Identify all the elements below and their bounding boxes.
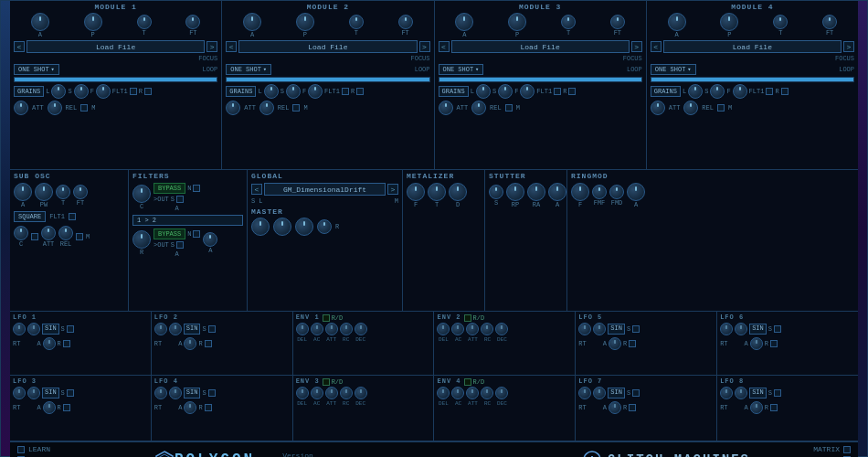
module-3-knob-l[interactable] xyxy=(476,84,491,99)
lfo3-r-checkbox[interactable] xyxy=(63,404,70,411)
module-1-knob-s[interactable] xyxy=(74,84,89,99)
lfo4-r-checkbox[interactable] xyxy=(205,404,212,411)
lfo1-knob-a[interactable] xyxy=(43,337,56,350)
filters-bypass1-btn[interactable]: BYPASS xyxy=(153,183,185,194)
module-1-knob-a[interactable] xyxy=(31,13,49,31)
module-2-oneshot-btn[interactable]: ONE SHOT ▾ xyxy=(226,64,271,75)
lfo8-r-checkbox[interactable] xyxy=(770,404,778,411)
lfo8-knob-a[interactable] xyxy=(750,401,763,414)
lfo3-knob-x[interactable] xyxy=(27,387,40,399)
module-1-knob-p[interactable] xyxy=(84,13,102,31)
module-2-att-knob[interactable] xyxy=(226,101,240,115)
env1-knob-rc[interactable] xyxy=(340,323,353,335)
module-1-load-next[interactable]: > xyxy=(206,41,217,52)
module-1-rel-knob[interactable] xyxy=(48,101,62,115)
module-2-knob-ft[interactable] xyxy=(398,15,413,29)
module-3-m-checkbox[interactable] xyxy=(505,104,513,112)
sub-osc-knob-pw[interactable] xyxy=(35,183,53,201)
lfo3-wave-select[interactable]: SIN xyxy=(42,388,59,399)
module-4-att-knob[interactable] xyxy=(651,101,665,115)
module-4-progress[interactable] xyxy=(651,77,854,82)
module-2-r-checkbox[interactable] xyxy=(356,88,364,95)
module-1-flt1-checkbox[interactable] xyxy=(130,88,137,95)
env2-knob-dec[interactable] xyxy=(495,323,508,335)
ringmod-knob-fmf[interactable] xyxy=(592,185,607,199)
env1-knob-att[interactable] xyxy=(325,323,338,335)
lfo1-knob-x[interactable] xyxy=(27,323,40,335)
sub-osc-m-checkbox[interactable] xyxy=(76,233,83,240)
env3-knob-rc[interactable] xyxy=(340,387,353,399)
env3-knob-del[interactable] xyxy=(296,387,309,399)
module-2-load-prev[interactable]: < xyxy=(226,41,237,52)
lfo7-knob-x[interactable] xyxy=(593,387,606,399)
module-3-knob-t[interactable] xyxy=(561,15,576,29)
ringmod-knob-a[interactable] xyxy=(627,183,645,201)
module-2-knob-t[interactable] xyxy=(349,15,364,29)
sub-osc-att-knob[interactable] xyxy=(41,226,56,240)
module-3-load-next[interactable]: > xyxy=(631,41,642,52)
lfo1-r-checkbox[interactable] xyxy=(63,340,70,347)
lfo1-s-checkbox[interactable] xyxy=(67,325,74,333)
global-preset-field[interactable]: GM_DimensionalDrift xyxy=(264,183,386,196)
module-2-knob-p[interactable] xyxy=(296,13,314,31)
module-1-load-prev[interactable]: < xyxy=(14,41,25,52)
lfo4-knob-x[interactable] xyxy=(169,387,182,399)
module-2-knob-f[interactable] xyxy=(308,84,323,99)
module-2-m-checkbox[interactable] xyxy=(292,104,300,112)
module-4-flt1-checkbox[interactable] xyxy=(766,88,773,95)
lfo2-s-checkbox[interactable] xyxy=(208,325,216,333)
module-4-load-next[interactable]: > xyxy=(843,41,854,52)
lfo8-wave-select[interactable]: SIN xyxy=(749,388,767,399)
env4-knob-dec[interactable] xyxy=(495,387,508,399)
module-4-load-field[interactable]: Load File xyxy=(663,40,842,53)
module-2-rel-knob[interactable] xyxy=(259,101,274,115)
env1-rd-checkbox[interactable] xyxy=(323,314,330,322)
ringmod-knob-fmd[interactable] xyxy=(609,185,624,199)
module-3-r-checkbox[interactable] xyxy=(568,88,576,95)
module-1-load-field[interactable]: Load File xyxy=(26,40,205,53)
sub-osc-rel-knob[interactable] xyxy=(58,226,73,240)
global-master-knob-2[interactable] xyxy=(273,218,291,236)
env1-knob-del[interactable] xyxy=(296,323,309,335)
module-3-flt1-checkbox[interactable] xyxy=(554,88,561,95)
module-3-grains-btn[interactable]: GRAINS xyxy=(439,86,469,97)
filters-filter-display[interactable]: 1 > 2 xyxy=(132,215,243,226)
matrix-checkbox[interactable] xyxy=(843,446,851,453)
env4-knob-ac[interactable] xyxy=(451,387,464,399)
lfo5-r-checkbox[interactable] xyxy=(629,340,636,347)
ringmod-knob-f[interactable] xyxy=(571,183,589,201)
filters-knob-r[interactable] xyxy=(132,230,151,249)
env3-knob-dec[interactable] xyxy=(355,387,367,399)
lfo8-knob-x[interactable] xyxy=(735,387,747,399)
stutter-knob-a[interactable] xyxy=(548,183,566,201)
filters-bypass2-btn[interactable]: BYPASS xyxy=(153,228,185,239)
module-1-m-checkbox[interactable] xyxy=(80,104,88,112)
module-2-progress[interactable] xyxy=(226,77,429,82)
sub-osc-knob-c[interactable] xyxy=(14,226,28,240)
lfo5-knob-rt[interactable] xyxy=(578,323,591,335)
env4-rd-checkbox[interactable] xyxy=(464,378,471,386)
global-preset-next[interactable]: > xyxy=(387,184,398,195)
filters-s1-checkbox[interactable] xyxy=(176,196,184,203)
env3-knob-ac[interactable] xyxy=(311,387,323,399)
stutter-knob-s[interactable] xyxy=(489,185,503,199)
module-4-m-checkbox[interactable] xyxy=(717,104,725,112)
module-4-knob-p[interactable] xyxy=(720,13,738,31)
env4-knob-rc[interactable] xyxy=(481,387,493,399)
module-4-knob-s[interactable] xyxy=(710,84,725,99)
lfo2-r-checkbox[interactable] xyxy=(205,340,212,347)
env2-rd-checkbox[interactable] xyxy=(464,314,471,322)
lfo7-knob-rt[interactable] xyxy=(578,387,591,399)
module-1-knob-l[interactable] xyxy=(51,84,66,99)
module-4-rel-knob[interactable] xyxy=(683,101,698,115)
module-1-knob-t[interactable] xyxy=(137,15,152,29)
module-1-grains-btn[interactable]: GRAINS xyxy=(14,86,44,97)
module-4-grains-btn[interactable]: GRAINS xyxy=(651,86,681,97)
module-4-oneshot-btn[interactable]: ONE SHOT ▾ xyxy=(651,64,696,75)
env2-knob-rc[interactable] xyxy=(481,323,493,335)
lfo6-r-checkbox[interactable] xyxy=(770,340,778,347)
global-preset-prev[interactable]: < xyxy=(251,184,262,195)
module-4-knob-a[interactable] xyxy=(668,13,686,31)
learn-checkbox[interactable] xyxy=(17,446,25,453)
module-2-knob-l[interactable] xyxy=(264,84,279,99)
